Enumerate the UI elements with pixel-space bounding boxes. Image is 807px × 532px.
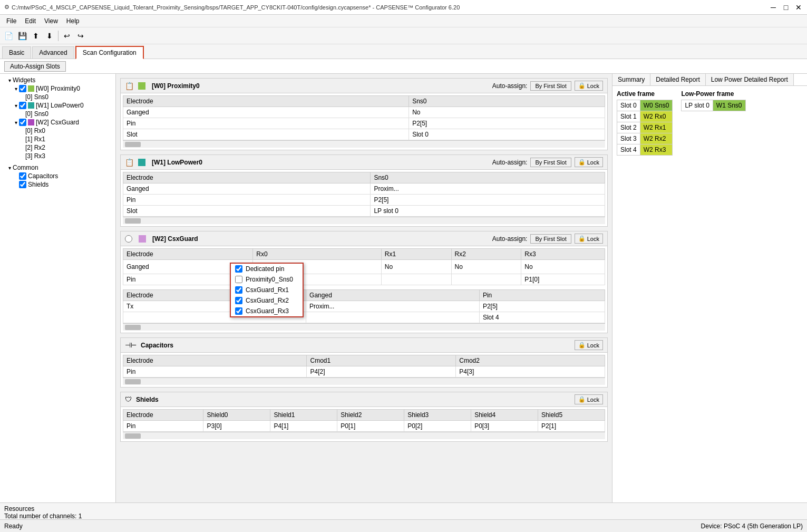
tab-basic[interactable]: Basic [2,46,31,59]
w0-slot-label: Slot [123,129,409,140]
dd-label-csxguard-rx2: CsxGuard_Rx2 [246,297,289,304]
slot2-value: W2 Rx1 [640,122,673,133]
toolbar-save[interactable]: 💾 [16,30,28,42]
w2-ganged-rx2: No [451,260,521,274]
shields-icon: 🛡 [125,395,132,403]
w1-lock-button[interactable]: 🔒 Lock [575,157,603,167]
w0-auto-assign-label: Auto-assign: [492,82,528,90]
dd-check-csxguard-rx2[interactable] [235,297,242,304]
w2-slot-num: Slot 4 [479,312,605,323]
w0-col-sns0: Sns0 [409,96,605,107]
w1-title: [W1] LowPower0 [152,159,202,166]
w2-by-first-slot-button[interactable]: By First Slot [530,234,571,244]
tree-item-capacitors[interactable]: Capacitors [2,172,113,180]
w0-slot-value: Slot 0 [409,129,605,140]
table-row: Slot 4 W2 Rx3 [617,144,673,156]
toolbar-redo[interactable]: ↪ [74,30,87,42]
tree-item-w1-sns0[interactable]: [0] Sns0 [2,110,113,118]
tab-advanced[interactable]: Advanced [32,46,74,59]
tree-item-w0-sns0[interactable]: [0] Sns0 [2,93,113,101]
shields-table-container: Electrode Shield0 Shield1 Shield2 Shield… [123,409,605,432]
w2-color [28,119,34,125]
w1-hscroll[interactable] [123,217,605,224]
tree-widgets-root[interactable]: ▾ Widgets [2,76,113,84]
w2-section: [W2] CsxGuard Auto-assign: By First Slot… [120,231,608,333]
close-button[interactable]: ✕ [794,3,803,12]
dropdown-item-csxguard-rx3[interactable]: CsxGuard_Rx3 [231,306,303,316]
sh-col-s1: Shield1 [270,410,337,421]
w2-col-electrode: Electrode [123,249,253,260]
tree-item-w2-rx3[interactable]: [3] Rx3 [2,152,113,160]
ganged-dropdown-menu[interactable]: Dedicated pin Proximity0_Sns0 CsxGuard_R… [230,263,304,317]
tree-item-w0[interactable]: ▾ [W0] Proximity0 [2,84,113,93]
w1-table-container: Electrode Sns0 Ganged Proxim... Pin [123,172,605,217]
dropdown-item-csxguard-rx2[interactable]: CsxGuard_Rx2 [231,295,303,306]
w0-checkbox[interactable] [19,85,26,92]
dd-check-csxguard-rx3[interactable] [235,307,242,315]
maximize-button[interactable]: □ [782,3,790,12]
shields-hscroll[interactable] [123,432,605,439]
w0-hscroll[interactable] [123,140,605,148]
tree-item-w2-rx2[interactable]: [2] Rx2 [2,143,113,152]
menu-file[interactable]: File [2,16,21,26]
shields-checkbox[interactable] [19,181,26,188]
minimize-button[interactable]: ─ [769,3,777,12]
toolbar-export2[interactable]: ⬇ [43,30,56,42]
lp-slot0-num: LP slot 0 [682,100,713,111]
toolbar-new[interactable]: 📄 [2,30,15,42]
w1-checkbox[interactable] [19,102,26,109]
w1-by-first-slot-button[interactable]: By First Slot [530,158,571,167]
shields-header: 🛡 Shields 🔒 Lock [121,392,607,407]
w2-tx-ganged: Proxim... [306,301,480,312]
w0-auto-assign: Auto-assign: By First Slot 🔒 Lock [492,81,603,91]
dd-check-csxguard-rx1[interactable] [235,286,242,294]
w2-lock-button[interactable]: 🔒 Lock [575,234,603,244]
dd-label-csxguard-rx3: CsxGuard_Rx3 [246,307,289,315]
capacitors-header: ⊣⊢ Capacitors 🔒 Lock [121,338,607,353]
capacitors-lock-button[interactable]: 🔒 Lock [575,340,603,350]
tree-item-w2-rx1[interactable]: [1] Rx1 [2,135,113,143]
status-left: Ready [4,523,23,530]
w0-by-first-slot-button[interactable]: By First Slot [530,81,571,91]
w2-pin-rx2 [451,274,521,285]
slot4-num: Slot 4 [617,144,640,156]
tab-low-power-report[interactable]: Low Power Detailed Report [706,74,794,85]
tree-item-w2[interactable]: ▾ [W2] CsxGuard [2,118,113,127]
auto-assign-slots-button[interactable]: Auto-Assign Slots [4,61,66,72]
w2-checkbox[interactable] [19,119,26,126]
titlebar: ⚙ C:/mtw/PSoC_4_MSCLP_CAPSENSE_Liquid_To… [0,0,807,15]
w2-auto-assign: Auto-assign: By First Slot 🔒 Lock [492,234,603,244]
shields-lock-button[interactable]: 🔒 Lock [575,394,603,404]
w2-hscroll[interactable] [123,323,605,331]
capacitors-table: Electrode Cmod1 Cmod2 Pin P4[2] P4[3] [123,355,605,378]
tree-item-w2-rx0[interactable]: [0] Rx0 [2,127,113,135]
cap-hscroll[interactable] [123,378,605,385]
w1-auto-assign-label: Auto-assign: [492,159,528,166]
tab-scan-configuration[interactable]: Scan Configuration [75,46,144,59]
capacitors-section: ⊣⊢ Capacitors 🔒 Lock Electrode Cmod1 Cmo… [120,337,608,388]
dd-check-dedicated-pin[interactable] [235,265,242,273]
tree-item-shields[interactable]: Shields [2,180,113,189]
capacitors-title: Capacitors [141,342,173,349]
dd-check-proximity0-sns0[interactable] [235,276,242,283]
tab-summary[interactable]: Summary [612,74,650,85]
tab-detailed-report[interactable]: Detailed Report [650,74,705,85]
menu-edit[interactable]: Edit [21,16,40,26]
tree-common-root[interactable]: ▾ Common [2,163,113,172]
dropdown-item-proximity0-sns0[interactable]: Proximity0_Sns0 [231,274,303,285]
dropdown-item-dedicated-pin[interactable]: Dedicated pin [231,264,303,274]
menu-help[interactable]: Help [62,16,84,26]
sh-s3-value: P0[2] [404,421,471,432]
w0-lock-button[interactable]: 🔒 Lock [575,81,603,91]
w2-rx3-label: [3] Rx3 [25,152,45,160]
menu-view[interactable]: View [40,16,62,26]
tree-item-w1[interactable]: ▾ [W1] LowPower0 [2,101,113,110]
toolbar-undo[interactable]: ↩ [61,30,73,42]
dropdown-item-csxguard-rx1[interactable]: CsxGuard_Rx1 [231,285,303,295]
capacitors-checkbox[interactable] [19,172,26,180]
toolbar: 📄 💾 ⬆ ⬇ ↩ ↪ [0,27,807,44]
w2-radio[interactable] [125,235,132,243]
toolbar-export1[interactable]: ⬆ [30,30,42,42]
common-arrow: ▾ [6,165,13,171]
lp-frame-section: Low-Power frame LP slot 0 W1 Sns0 [681,90,745,156]
